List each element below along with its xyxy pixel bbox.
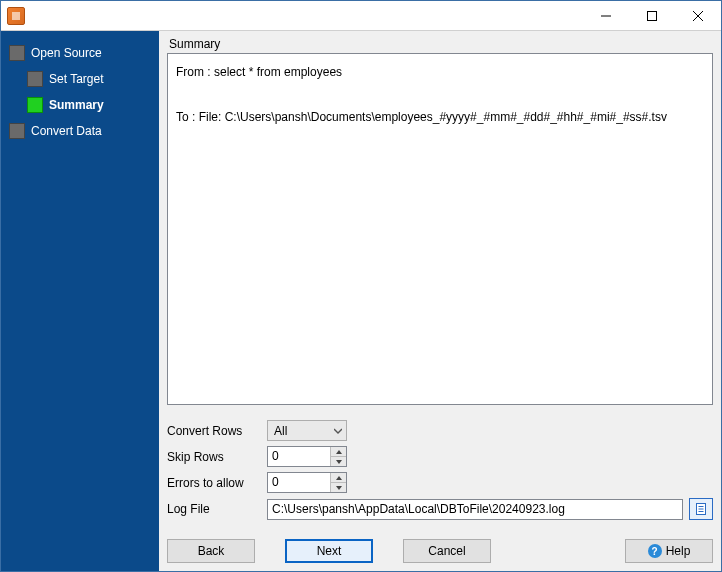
step-icon bbox=[9, 45, 25, 61]
document-icon bbox=[694, 502, 708, 516]
row-log-file: Log File C:\Users\pansh\AppData\Local\DB… bbox=[167, 498, 713, 520]
minimize-button[interactable] bbox=[583, 1, 629, 31]
sidebar-item-summary[interactable]: Summary bbox=[27, 97, 159, 113]
select-convert-rows[interactable]: All bbox=[267, 420, 347, 441]
button-label: Next bbox=[317, 544, 342, 558]
button-bar: Back Next Cancel ? Help bbox=[167, 539, 713, 563]
body: Open Source Set Target Summary Convert D… bbox=[1, 31, 721, 571]
sidebar-label: Set Target bbox=[49, 72, 103, 86]
label-errors-allow: Errors to allow bbox=[167, 476, 267, 490]
app-icon bbox=[7, 7, 25, 25]
section-title: Summary bbox=[167, 35, 713, 53]
svg-rect-0 bbox=[12, 12, 20, 20]
spin-up-button[interactable] bbox=[331, 473, 346, 483]
step-icon bbox=[9, 123, 25, 139]
spinner-skip-rows[interactable]: 0 bbox=[267, 446, 347, 467]
help-button[interactable]: ? Help bbox=[625, 539, 713, 563]
browse-log-file-button[interactable] bbox=[689, 498, 713, 520]
sidebar-label: Summary bbox=[49, 98, 104, 112]
select-value: All bbox=[274, 424, 287, 438]
button-label: Back bbox=[198, 544, 225, 558]
help-icon: ? bbox=[648, 544, 662, 558]
step-icon bbox=[27, 71, 43, 87]
label-convert-rows: Convert Rows bbox=[167, 424, 267, 438]
sidebar-item-convert-data[interactable]: Convert Data bbox=[9, 123, 159, 139]
label-log-file: Log File bbox=[167, 502, 267, 516]
spinner-value[interactable]: 0 bbox=[268, 447, 330, 466]
spin-down-button[interactable] bbox=[331, 457, 346, 466]
app-window: Open Source Set Target Summary Convert D… bbox=[0, 0, 722, 572]
step-icon bbox=[27, 97, 43, 113]
svg-marker-6 bbox=[336, 460, 342, 464]
wizard-sidebar: Open Source Set Target Summary Convert D… bbox=[1, 31, 159, 571]
form-rows: Convert Rows All Skip Rows 0 bbox=[167, 415, 713, 525]
svg-rect-2 bbox=[648, 11, 657, 20]
sidebar-label: Convert Data bbox=[31, 124, 102, 138]
close-button[interactable] bbox=[675, 1, 721, 31]
summary-textbox[interactable]: From : select * from employees To : File… bbox=[167, 53, 713, 405]
next-button[interactable]: Next bbox=[285, 539, 373, 563]
svg-marker-7 bbox=[336, 476, 342, 480]
chevron-down-icon bbox=[334, 427, 342, 435]
spin-up-button[interactable] bbox=[331, 447, 346, 457]
button-label: Help bbox=[666, 544, 691, 558]
summary-from-line: From : select * from employees bbox=[176, 64, 704, 81]
input-log-file[interactable]: C:\Users\pansh\AppData\Local\DBToFile\20… bbox=[267, 499, 683, 520]
cancel-button[interactable]: Cancel bbox=[403, 539, 491, 563]
spinner-errors-allow[interactable]: 0 bbox=[267, 472, 347, 493]
row-skip-rows: Skip Rows 0 bbox=[167, 446, 713, 467]
sidebar-label: Open Source bbox=[31, 46, 102, 60]
button-label: Cancel bbox=[428, 544, 465, 558]
label-skip-rows: Skip Rows bbox=[167, 450, 267, 464]
svg-marker-8 bbox=[336, 486, 342, 490]
titlebar bbox=[1, 1, 721, 31]
sidebar-item-open-source[interactable]: Open Source bbox=[9, 45, 159, 61]
spinner-value[interactable]: 0 bbox=[268, 473, 330, 492]
maximize-button[interactable] bbox=[629, 1, 675, 31]
main-panel: Summary From : select * from employees T… bbox=[159, 31, 721, 571]
spin-down-button[interactable] bbox=[331, 483, 346, 492]
svg-marker-5 bbox=[336, 450, 342, 454]
sidebar-item-set-target[interactable]: Set Target bbox=[27, 71, 159, 87]
back-button[interactable]: Back bbox=[167, 539, 255, 563]
summary-to-line: To : File: C:\Users\pansh\Documents\empl… bbox=[176, 109, 704, 126]
row-errors-allow: Errors to allow 0 bbox=[167, 472, 713, 493]
row-convert-rows: Convert Rows All bbox=[167, 420, 713, 441]
